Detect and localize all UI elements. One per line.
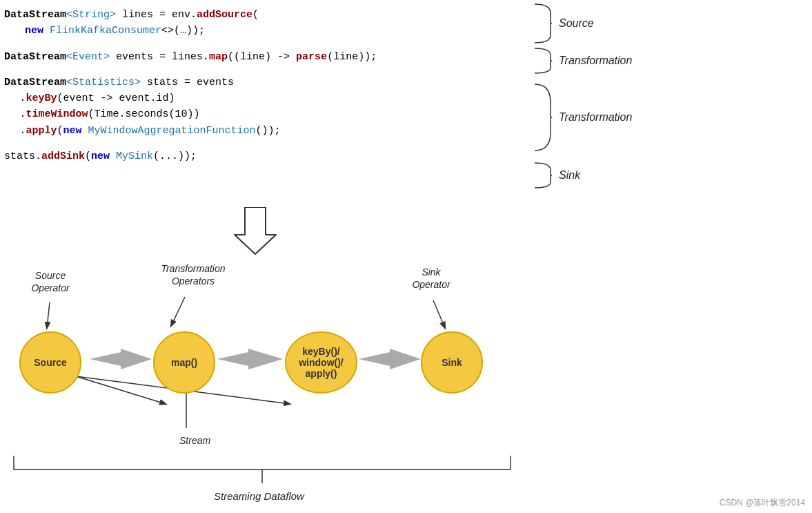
code-token: (line)); (327, 51, 377, 63)
code-line-7: .apply(new MyWindowAggregationFunction()… (4, 123, 538, 139)
code-token: new (63, 125, 88, 137)
code-token: . (20, 93, 26, 104)
svg-line-1 (47, 302, 50, 328)
code-token: stats = events (141, 77, 234, 88)
code-line-3: DataStream<Event> events = lines.map((li… (4, 49, 538, 65)
code-line-group-2: DataStream<Event> events = lines.map((li… (4, 49, 538, 65)
transformation2-brace-svg (531, 83, 552, 152)
streaming-dataflow-label: Streaming Dataflow (214, 490, 304, 502)
source-label: Source (559, 17, 594, 30)
sink-brace-svg (531, 162, 552, 189)
code-token: events = lines. (110, 51, 209, 63)
code-token: addSink (41, 151, 85, 162)
code-section: DataStream<String> lines = env.addSource… (0, 0, 538, 181)
code-token: MySink (116, 151, 153, 162)
code-token: <>(…)); (161, 25, 205, 37)
transformation1-brace-svg (531, 47, 552, 75)
transformation2-label: Transformation (559, 111, 632, 124)
code-token: new (91, 151, 116, 162)
code-block: DataStream<String> lines = env.addSource… (4, 7, 538, 164)
code-token: keyBy (26, 93, 57, 104)
code-line-group-1: DataStream<String> lines = env.addSource… (4, 7, 538, 39)
code-token: stats. (4, 151, 41, 162)
svg-marker-6 (359, 349, 421, 369)
streaming-dataflow-svg (7, 449, 517, 490)
code-token: parse (296, 51, 327, 63)
code-line-5: .keyBy(event -> event.id) (4, 90, 538, 106)
code-token: ((line) -> (228, 51, 296, 63)
down-arrow-svg (228, 207, 283, 255)
code-token: new (25, 25, 50, 37)
code-token: DataStream (4, 9, 66, 21)
code-token: <String> (66, 9, 116, 21)
svg-marker-0 (235, 207, 276, 254)
code-token: ( (85, 151, 91, 162)
svg-line-3 (433, 300, 445, 328)
sink-brace-label: Sink (531, 162, 580, 189)
code-token: (Time.seconds(10)) (88, 108, 200, 120)
stream-label: Stream (179, 435, 210, 446)
code-line-6: .timeWindow(Time.seconds(10)) (4, 106, 538, 122)
svg-marker-5 (217, 349, 283, 369)
code-line-group-3: DataStream<Statistics> stats = events .k… (4, 75, 538, 139)
code-token: DataStream (4, 51, 66, 63)
svg-marker-4 (90, 349, 152, 369)
svg-line-7 (76, 376, 166, 404)
code-token: addSource (197, 9, 252, 21)
transformation1-label: Transformation (559, 55, 632, 67)
sink-label: Sink (559, 169, 580, 182)
code-line-1: DataStream<String> lines = env.addSource… (4, 7, 538, 23)
source-brace-label: Source (531, 3, 594, 44)
transformation1-brace-label: Transformation (531, 47, 632, 75)
code-token: FlinkKafkaConsumer (50, 25, 161, 37)
code-token: ( (252, 9, 259, 21)
source-node: Source (19, 331, 81, 394)
code-token: . (20, 108, 26, 120)
code-line-8: stats.addSink(new MySink(...)); (4, 148, 538, 164)
source-brace-svg (531, 3, 552, 44)
code-token: lines = env. (116, 9, 197, 21)
code-token: DataStream (4, 77, 66, 88)
code-line-4: DataStream<Statistics> stats = events (4, 75, 538, 90)
code-token: (event -> event.id) (57, 93, 175, 104)
down-arrow-container (228, 207, 283, 255)
code-token: apply (26, 125, 57, 137)
code-line-2: new FlinkKafkaConsumer<>(…)); (4, 23, 538, 39)
code-token: timeWindow (26, 108, 88, 120)
keyby-node: keyBy()/ window()/ apply() (285, 331, 357, 394)
sink-node: Sink (421, 331, 483, 394)
code-token: . (20, 125, 26, 137)
code-token: (...)); (153, 151, 197, 162)
svg-line-2 (171, 297, 185, 326)
code-line-group-4: stats.addSink(new MySink(...)); (4, 148, 538, 164)
code-token: ( (57, 125, 63, 137)
transformation2-brace-label: Transformation (531, 83, 632, 152)
code-token: <Statistics> (66, 77, 141, 88)
code-token: ()); (256, 125, 281, 137)
code-token: MyWindowAggregationFunction (88, 125, 256, 137)
code-token: map (209, 51, 228, 63)
code-token: <Event> (66, 51, 110, 63)
watermark: CSDN @落叶飘雪2014 (720, 497, 805, 509)
map-node: map() (153, 331, 215, 394)
